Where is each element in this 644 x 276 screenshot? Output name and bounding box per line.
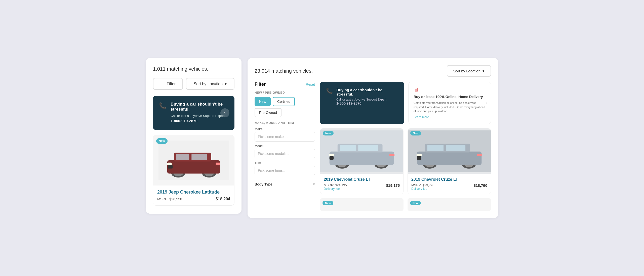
phone-icon: 📞 bbox=[159, 102, 167, 109]
second-row-card-2[interactable]: New bbox=[408, 198, 491, 211]
vehicle-1-price-row: MSRP: $24,195 Delivery fee $19,175 bbox=[324, 183, 400, 191]
right-sort-label: Sort by Location bbox=[453, 69, 480, 73]
svg-rect-25 bbox=[389, 154, 394, 156]
make-model-trim-label: Make, Model and Trim bbox=[255, 121, 315, 125]
left-sort-button[interactable]: Sort by Location ▾ bbox=[186, 78, 234, 90]
trim-input[interactable] bbox=[255, 166, 315, 175]
svg-rect-26 bbox=[330, 156, 334, 160]
svg-rect-34 bbox=[427, 145, 444, 151]
right-promo-light-headline: Buy or lease 100% Online, Home Delivery bbox=[414, 95, 486, 99]
vehicle-2-delivery: Delivery fee bbox=[411, 187, 434, 191]
vehicle-1-info: 2019 Chevrolet Cruze LT MSRP: $24,195 De… bbox=[320, 174, 403, 194]
filter-button[interactable]: Filter bbox=[153, 78, 183, 90]
vehicle-card-2[interactable]: New bbox=[408, 128, 491, 194]
body-type-chevron-icon[interactable]: ▾ bbox=[313, 182, 315, 187]
svg-rect-35 bbox=[446, 145, 465, 151]
filter-title: Filter bbox=[255, 82, 266, 87]
second-row-badge-2: New bbox=[410, 201, 421, 205]
right-promo-dark-content: Buying a car shouldn't be stressful. Cal… bbox=[336, 88, 398, 105]
promo-arrow-button[interactable]: › bbox=[220, 108, 229, 117]
promo-light-arrow-icon[interactable]: › bbox=[486, 100, 487, 106]
svg-rect-14 bbox=[168, 165, 173, 169]
vehicle-2-price-row: MSRP: $23,795 Delivery fee $18,790 bbox=[411, 183, 487, 191]
vehicle-2-msrp-col: MSRP: $23,795 Delivery fee bbox=[411, 183, 434, 191]
right-promo-phone: 1-800-919-2870 bbox=[336, 101, 398, 105]
right-body: Filter Reset New / Pre-Owned New Certifi… bbox=[255, 82, 491, 211]
right-promo-dark: 📞 Buying a car shouldn't be stressful. C… bbox=[320, 82, 404, 124]
right-promo-headline: Buying a car shouldn't be stressful. bbox=[336, 88, 398, 96]
filter-label: Filter bbox=[167, 82, 176, 86]
vehicle-img-2: New bbox=[408, 128, 491, 174]
phone-icon-right: 📞 bbox=[326, 88, 333, 94]
svg-rect-32 bbox=[417, 152, 482, 165]
body-type-label: Body Type bbox=[255, 182, 272, 186]
vehicle-2-image bbox=[408, 128, 491, 174]
chevron-down-icon: ▾ bbox=[225, 81, 227, 86]
second-row: New New bbox=[320, 198, 491, 211]
second-row-card-1[interactable]: New bbox=[320, 198, 404, 211]
svg-rect-8 bbox=[167, 160, 220, 174]
vehicle-1-msrp: MSRP: $24,195 bbox=[324, 183, 347, 187]
vehicle-2-name: 2019 Chevrolet Cruze LT bbox=[411, 177, 487, 182]
svg-rect-20 bbox=[330, 152, 394, 165]
make-label: Make bbox=[255, 127, 315, 131]
monitor-icon: 🖥 bbox=[414, 87, 486, 93]
car-name: 2019 Jeep Cherokee Latitude bbox=[157, 190, 230, 195]
left-sort-label: Sort by Location bbox=[194, 82, 223, 86]
svg-rect-11 bbox=[191, 154, 207, 160]
filter-column: Filter Reset New / Pre-Owned New Certifi… bbox=[255, 82, 315, 211]
promo-headline: Buying a car shouldn't be stressful. bbox=[171, 102, 228, 112]
vehicle-1-price: $19,175 bbox=[386, 183, 400, 188]
right-promo-subtext: Call or text a Joydrive Support Expert bbox=[336, 98, 398, 101]
svg-rect-23 bbox=[358, 145, 378, 151]
vehicle-img-1: New bbox=[320, 128, 403, 174]
right-matching-count: 23,014 matching vehicles. bbox=[255, 68, 313, 74]
right-promo-light: 🖥 Buy or lease 100% Online, Home Deliver… bbox=[408, 82, 491, 124]
condition-toggle-row: New Certified bbox=[255, 97, 315, 106]
vehicle-2-info: 2019 Chevrolet Cruze LT MSRP: $23,795 De… bbox=[408, 174, 491, 194]
vehicle-2-price: $18,790 bbox=[474, 183, 487, 188]
svg-rect-24 bbox=[329, 154, 334, 156]
svg-rect-10 bbox=[176, 154, 189, 160]
car-price-row: MSRP: $26,950 $18,204 bbox=[157, 197, 230, 201]
preowned-toggle-row: Pre-Owned bbox=[255, 108, 315, 117]
vehicle-2-badge: New bbox=[410, 131, 421, 135]
svg-rect-36 bbox=[417, 154, 422, 156]
right-sort-button[interactable]: Sort by Location ▾ bbox=[447, 65, 491, 77]
new-toggle[interactable]: New bbox=[255, 97, 271, 106]
right-panel: 23,014 matching vehicles. Sort by Locati… bbox=[248, 58, 498, 218]
left-promo-card: 📞 Buying a car shouldn't be stressful. C… bbox=[153, 96, 234, 130]
left-controls: Filter Sort by Location ▾ bbox=[153, 78, 234, 90]
model-label: Model bbox=[255, 144, 315, 148]
new-badge: New bbox=[156, 138, 168, 144]
vehicle-1-image bbox=[320, 128, 403, 174]
learn-more-link[interactable]: Learn more → bbox=[414, 115, 486, 119]
svg-rect-38 bbox=[417, 156, 421, 160]
svg-rect-22 bbox=[340, 145, 356, 151]
right-header: 23,014 matching vehicles. Sort by Locati… bbox=[255, 65, 491, 77]
second-row-badge-1: New bbox=[323, 201, 333, 205]
cards-column: 📞 Buying a car shouldn't be stressful. C… bbox=[320, 82, 491, 211]
reset-link[interactable]: Reset bbox=[306, 82, 315, 86]
vehicle-cards-row: New bbox=[320, 128, 491, 194]
vehicle-card-1[interactable]: New bbox=[320, 128, 404, 194]
svg-rect-12 bbox=[167, 163, 172, 165]
model-input[interactable] bbox=[255, 149, 315, 158]
right-chevron-icon: ▾ bbox=[482, 69, 485, 73]
left-panel: 1,011 matching vehicles. Filter Sort by … bbox=[146, 58, 242, 214]
car-info: 2019 Jeep Cherokee Latitude MSRP: $26,95… bbox=[153, 186, 234, 205]
vehicle-1-name: 2019 Chevrolet Cruze LT bbox=[324, 177, 400, 182]
preowned-toggle[interactable]: Pre-Owned bbox=[255, 108, 281, 117]
certified-toggle[interactable]: Certified bbox=[273, 97, 295, 106]
car-sale-price: $18,204 bbox=[216, 197, 230, 201]
filter-header: Filter Reset bbox=[255, 82, 315, 87]
promo-content: Buying a car shouldn't be stressful. Cal… bbox=[171, 102, 228, 124]
car-msrp: MSRP: $26,950 bbox=[157, 197, 182, 201]
vehicle-1-msrp-col: MSRP: $24,195 Delivery fee bbox=[324, 183, 347, 191]
vehicle-1-delivery: Delivery fee bbox=[324, 187, 347, 191]
make-input[interactable] bbox=[255, 132, 315, 142]
right-promo-light-body: Complete your transaction all online, no… bbox=[414, 101, 486, 113]
filter-icon bbox=[160, 82, 165, 86]
left-car-card: New bbox=[153, 135, 234, 206]
car-image bbox=[158, 140, 229, 180]
